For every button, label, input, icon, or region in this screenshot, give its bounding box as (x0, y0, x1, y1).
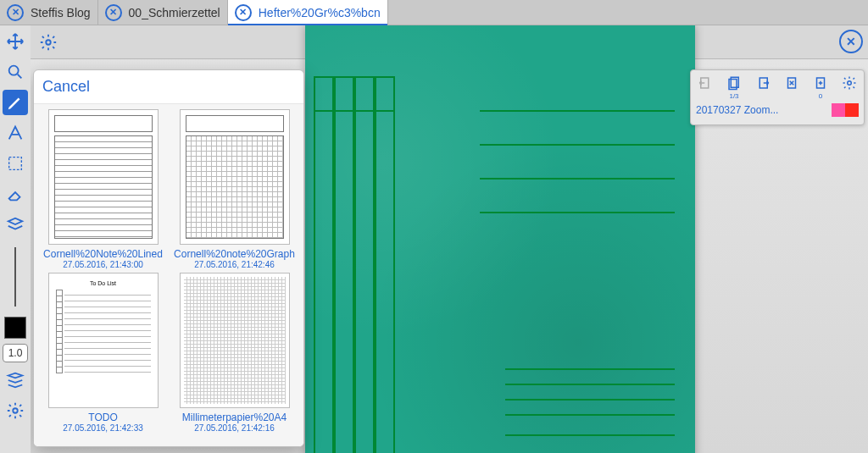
gear-icon[interactable] (36, 30, 61, 55)
page-navigator-panel[interactable]: 1/3 0 20170327 Zoom... (690, 69, 865, 125)
tab-label: Steffis Blog (31, 6, 91, 19)
template-cornell-graph[interactable]: Cornell%20note%20Graph 27.05.2016, 21:42… (171, 109, 298, 269)
color-swatch-red[interactable] (845, 103, 859, 117)
folder-label-line (480, 178, 675, 180)
template-thumb (180, 109, 290, 245)
tab-hefter-gruen[interactable]: ✕ Hefter%20Gr%c3%bcn (228, 0, 388, 25)
stack-tool[interactable] (3, 367, 28, 393)
svg-point-0 (9, 66, 19, 75)
canvas-area: Page Settings ✕ Cancel (31, 25, 868, 453)
templates-popover: Cancel Cornell%20Note%20Lined 27.05.2016… (33, 69, 304, 447)
template-date: 27.05.2016, 21:42:33 (40, 423, 167, 433)
tab-label: Hefter%20Gr%c3%bcn (259, 6, 381, 19)
trash-page-button[interactable] (782, 74, 801, 92)
close-icon[interactable]: ✕ (235, 4, 252, 21)
stroke-slider[interactable] (14, 247, 16, 307)
popover-header: Cancel (34, 70, 303, 104)
add-page-button[interactable]: 0 (811, 74, 830, 92)
template-millimeter[interactable]: Millimeterpapier%20A4 27.05.2016, 21:42:… (171, 273, 298, 433)
tab-schmierzettel[interactable]: ✕ 00_Schmierzettel (98, 0, 228, 25)
folder-label-line (480, 110, 675, 112)
stroke-width-chip[interactable]: 1.0 (3, 344, 28, 362)
template-cornell-lined[interactable]: Cornell%20Note%20Lined 27.05.2016, 21:43… (40, 109, 167, 269)
folder-label-line (480, 144, 675, 146)
template-name: Millimeterpapier%20A4 (171, 412, 298, 423)
svg-rect-1 (9, 157, 22, 170)
folder-spine (314, 76, 394, 453)
folder-page[interactable] (305, 25, 695, 453)
pages-button[interactable]: 1/3 (725, 74, 743, 92)
page-count: 1/3 (725, 92, 743, 100)
template-thumb (180, 273, 290, 408)
todo-thumb-title: To Do List (56, 280, 151, 286)
svg-point-2 (13, 408, 18, 413)
tab-steffis-blog[interactable]: ✕ Steffis Blog (0, 0, 98, 25)
select-tool[interactable] (3, 151, 28, 176)
left-toolbar: 1.0 (0, 25, 31, 453)
template-thumb: To Do List (48, 273, 159, 408)
next-page-button[interactable] (754, 74, 772, 92)
text-tool[interactable] (3, 120, 28, 146)
panel-gear-button[interactable] (840, 74, 859, 92)
prev-page-button (696, 74, 715, 92)
layers-tool[interactable] (3, 212, 28, 237)
template-todo[interactable]: To Do List TODO 27.05.2016, 21:42:33 (40, 273, 167, 433)
panel-color-swatches (832, 103, 859, 117)
gear-tool[interactable] (3, 398, 28, 423)
close-icon[interactable]: ✕ (105, 4, 122, 21)
close-icon[interactable]: ✕ (839, 30, 863, 53)
folder-small-box (505, 368, 675, 436)
color-swatch-pink[interactable] (832, 103, 845, 117)
svg-point-10 (848, 81, 852, 86)
pen-tool[interactable] (3, 90, 28, 115)
panel-filename: 20170327 Zoom... (696, 104, 778, 116)
svg-point-3 (46, 40, 51, 45)
template-date: 27.05.2016, 21:42:46 (171, 260, 298, 269)
close-icon[interactable]: ✕ (7, 4, 24, 21)
template-name: Cornell%20note%20Graph (171, 248, 298, 260)
tab-bar: ✕ Steffis Blog ✕ 00_Schmierzettel ✕ Heft… (0, 0, 868, 25)
cancel-button[interactable]: Cancel (42, 78, 90, 96)
color-swatch[interactable] (4, 317, 26, 339)
tab-label: 00_Schmierzettel (129, 6, 220, 19)
template-name: Cornell%20Note%20Lined (40, 248, 167, 260)
templates-grid[interactable]: Cornell%20Note%20Lined 27.05.2016, 21:43… (34, 104, 303, 447)
template-date: 27.05.2016, 21:42:16 (171, 423, 298, 433)
zoom-tool[interactable] (3, 59, 28, 85)
template-name: TODO (40, 412, 167, 423)
template-date: 27.05.2016, 21:43:00 (40, 260, 167, 269)
folder-label-line (480, 212, 675, 213)
move-tool[interactable] (3, 29, 28, 54)
eraser-tool[interactable] (3, 181, 28, 207)
template-thumb (48, 109, 159, 245)
insert-count: 0 (811, 92, 830, 100)
